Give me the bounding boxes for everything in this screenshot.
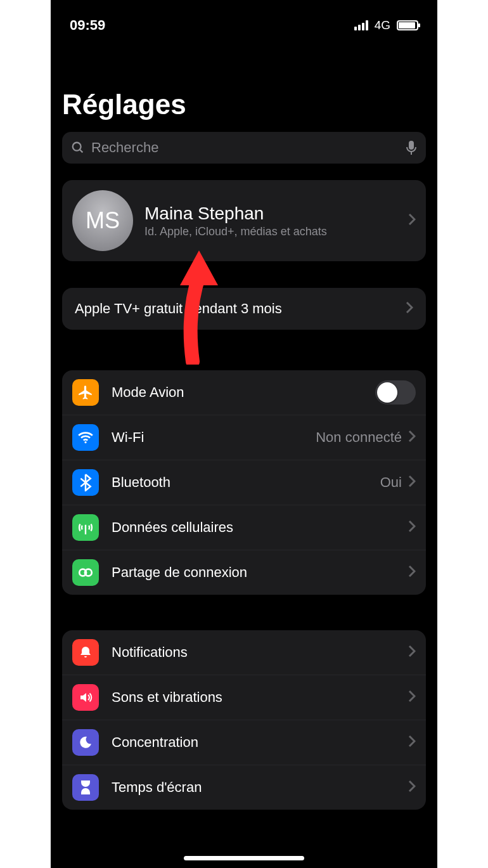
sounds-icon <box>72 684 99 711</box>
svg-point-0 <box>73 143 81 151</box>
avatar: MS <box>72 190 133 251</box>
cellular-label: Données cellulaires <box>112 519 408 536</box>
status-bar: 09:59 4G <box>51 0 437 38</box>
bluetooth-icon <box>72 469 99 496</box>
focus-label: Concentration <box>112 734 408 751</box>
svg-rect-2 <box>409 141 414 150</box>
account-name: Maina Stephan <box>144 204 397 224</box>
page-title: Réglages <box>62 89 426 120</box>
screentime-icon <box>72 774 99 801</box>
notifications-group: Notifications Sons et vibrations Conce <box>62 630 426 810</box>
chevron-right-icon <box>408 520 416 535</box>
airplane-icon <box>72 379 99 406</box>
search-placeholder: Recherche <box>91 139 399 156</box>
svg-point-4 <box>84 441 86 443</box>
chevron-right-icon <box>406 301 413 316</box>
airplane-mode-row[interactable]: Mode Avion <box>62 370 426 415</box>
battery-icon <box>397 20 418 30</box>
chevron-right-icon <box>408 690 416 705</box>
focus-icon <box>72 729 99 756</box>
apple-id-row[interactable]: MS Maina Stephan Id. Apple, iCloud+, méd… <box>62 180 426 261</box>
hotspot-icon <box>72 559 99 586</box>
network-type: 4G <box>375 18 390 32</box>
chevron-right-icon <box>408 645 416 660</box>
screentime-label: Temps d'écran <box>112 779 408 796</box>
sounds-label: Sons et vibrations <box>112 689 408 706</box>
search-icon <box>71 141 85 155</box>
promo-label: Apple TV+ gratuit pendant 3 mois <box>75 301 406 317</box>
screentime-row[interactable]: Temps d'écran <box>62 765 426 810</box>
search-input[interactable]: Recherche <box>62 132 426 164</box>
airplane-label: Mode Avion <box>112 384 375 401</box>
microphone-icon[interactable] <box>406 140 417 155</box>
cellular-icon <box>72 514 99 541</box>
wifi-icon <box>72 424 99 451</box>
account-card: MS Maina Stephan Id. Apple, iCloud+, méd… <box>62 180 426 261</box>
notifications-icon <box>72 639 99 666</box>
promo-card: Apple TV+ gratuit pendant 3 mois <box>62 288 426 330</box>
apple-tv-promo-row[interactable]: Apple TV+ gratuit pendant 3 mois <box>62 288 426 330</box>
wifi-detail: Non connecté <box>316 429 402 446</box>
chevron-right-icon <box>408 475 416 490</box>
cellular-row[interactable]: Données cellulaires <box>62 505 426 550</box>
home-indicator[interactable] <box>184 856 304 860</box>
status-time: 09:59 <box>70 17 105 34</box>
chevron-right-icon <box>408 780 416 795</box>
chevron-right-icon <box>408 430 416 445</box>
sounds-row[interactable]: Sons et vibrations <box>62 675 426 720</box>
bluetooth-label: Bluetooth <box>112 474 380 491</box>
wifi-row[interactable]: Wi-Fi Non connecté <box>62 415 426 460</box>
notifications-row[interactable]: Notifications <box>62 630 426 675</box>
hotspot-label: Partage de connexion <box>112 564 408 581</box>
bluetooth-detail: Oui <box>380 474 402 491</box>
connectivity-group: Mode Avion Wi-Fi Non connecté <box>62 370 426 595</box>
airplane-toggle[interactable] <box>375 380 416 405</box>
focus-row[interactable]: Concentration <box>62 720 426 765</box>
notifications-label: Notifications <box>112 644 408 661</box>
hotspot-row[interactable]: Partage de connexion <box>62 550 426 595</box>
chevron-right-icon <box>408 565 416 580</box>
signal-bars-icon <box>354 20 368 30</box>
svg-line-1 <box>80 150 83 153</box>
status-right: 4G <box>354 18 418 32</box>
chevron-right-icon <box>408 213 416 228</box>
avatar-initials: MS <box>86 207 120 234</box>
phone-frame: 09:59 4G Réglages Recherche <box>51 0 437 868</box>
bluetooth-row[interactable]: Bluetooth Oui <box>62 460 426 505</box>
account-subtitle: Id. Apple, iCloud+, médias et achats <box>144 225 397 238</box>
wifi-label: Wi-Fi <box>112 429 316 446</box>
chevron-right-icon <box>408 735 416 750</box>
